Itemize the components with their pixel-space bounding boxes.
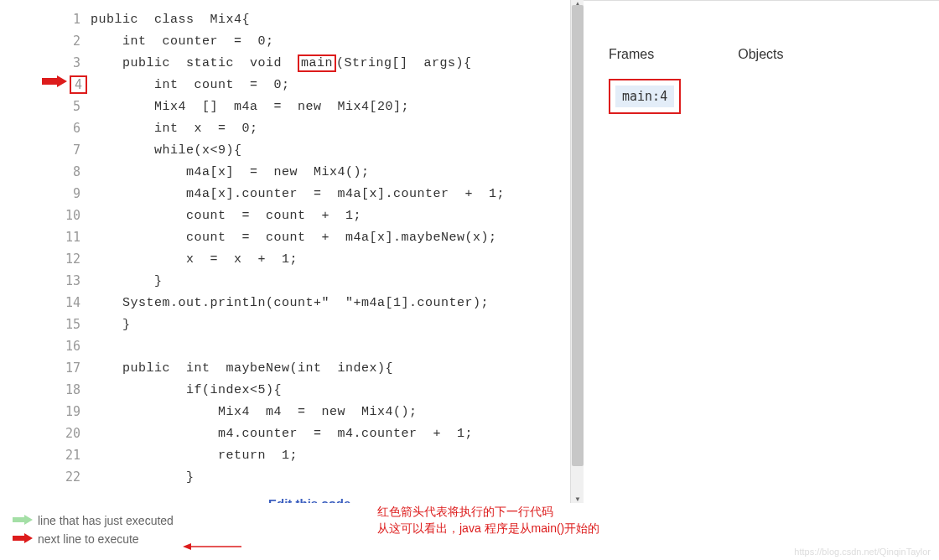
code-line: 8 m4a[x] = new Mix4();	[59, 161, 570, 183]
code-text: Mix4 m4 = new Mix4();	[91, 405, 418, 419]
line-number: 21	[59, 448, 91, 463]
line-number: 5	[59, 99, 91, 114]
line-number: 15	[59, 317, 91, 332]
line-number: 10	[59, 208, 91, 223]
code-text: count = count + 1;	[91, 209, 361, 223]
code-line: 19 Mix4 m4 = new Mix4();	[59, 401, 570, 423]
code-text: }	[91, 274, 163, 288]
code-line: 4 int count = 0;	[59, 74, 570, 96]
annotation-text: 红色箭头代表将执行的下一行代码 从这可以看出，java 程序是从main()开始…	[377, 503, 599, 537]
line-number: 7	[59, 143, 91, 158]
code-line: 16	[59, 335, 570, 357]
code-text: x = x + 1;	[91, 252, 298, 267]
code-text: public int maybeNew(int index){	[91, 361, 393, 376]
code-text: m4a[x].counter = m4a[x].counter + 1;	[91, 187, 505, 201]
legend: line that has just executed next line to…	[13, 511, 174, 548]
code-line: 17 public int maybeNew(int index){	[59, 357, 570, 379]
legend-executed-label: line that has just executed	[38, 514, 174, 527]
code-text: return 1;	[91, 449, 298, 463]
line-number: 6	[59, 121, 91, 136]
code-line: 3 public static void main(String[] args)…	[59, 52, 570, 74]
line-number: 11	[59, 230, 91, 245]
code-line: 9 m4a[x].counter = m4a[x].counter + 1;	[59, 183, 570, 205]
stack-frame[interactable]: main:4	[615, 86, 674, 107]
code-text: if(index<5){	[91, 383, 282, 397]
legend-next-label: next line to execute	[38, 532, 139, 546]
line-number: 3	[59, 55, 91, 70]
line-number: 8	[59, 164, 91, 179]
annotation-arrow-icon	[183, 538, 241, 553]
executed-arrow-icon	[13, 514, 33, 527]
scroll-down-icon[interactable]: ▼	[574, 495, 581, 503]
code-line: 2 int counter = 0;	[59, 30, 570, 52]
code-text: int counter = 0;	[91, 34, 274, 49]
line-number: 9	[59, 186, 91, 201]
code-text: public static void main(String[] args){	[91, 56, 472, 70]
line-number: 14	[59, 295, 91, 310]
code-text: m4a[x] = new Mix4();	[91, 165, 370, 179]
frame-highlight-box: main:4	[609, 79, 681, 114]
code-text: while(x<9){	[91, 143, 242, 158]
code-text: }	[91, 318, 131, 332]
code-line: 13 }	[59, 270, 570, 292]
frames-header: Frames	[609, 47, 654, 62]
code-line: 15 }	[59, 314, 570, 335]
code-line: 18 if(index<5){	[59, 379, 570, 401]
line-number: 1	[59, 12, 91, 27]
svg-marker-4	[183, 543, 191, 550]
scrollbar[interactable]: ▲ ▼	[570, 0, 584, 503]
objects-header: Objects	[738, 47, 783, 62]
line-number: 17	[59, 360, 91, 376]
code-text: System.out.println(count+" "+m4a[1].coun…	[91, 296, 489, 310]
line-number: 20	[59, 426, 91, 441]
code-line: 5 Mix4 [] m4a = new Mix4[20];	[59, 96, 570, 117]
line-number: 13	[59, 273, 91, 288]
line-number: 22	[59, 469, 91, 485]
code-line: 10 count = count + 1;	[59, 205, 570, 226]
code-text: public class Mix4{	[91, 13, 250, 27]
main-container: 1public class Mix4{2 int counter = 0;3 p…	[0, 0, 939, 503]
annotation-line1: 红色箭头代表将执行的下一行代码	[377, 503, 599, 520]
next-arrow-icon	[13, 532, 33, 546]
code-panel: 1public class Mix4{2 int counter = 0;3 p…	[0, 0, 570, 503]
code-text: count = count + m4a[x].maybeNew(x);	[91, 231, 497, 245]
line-number: 2	[59, 34, 91, 49]
code-line: 11 count = count + m4a[x].maybeNew(x);	[59, 226, 570, 248]
code-text: m4.counter = m4.counter + 1;	[91, 427, 473, 441]
line-number: 12	[59, 251, 91, 267]
code-text: }	[91, 470, 195, 485]
code-line: 14 System.out.println(count+" "+m4a[1].c…	[59, 292, 570, 314]
code-line: 20 m4.counter = m4.counter + 1;	[59, 423, 570, 444]
line-number: 16	[59, 339, 91, 354]
svg-marker-2	[13, 533, 33, 543]
code-line: 12 x = x + 1;	[59, 248, 570, 270]
code-text: int count = 0;	[91, 78, 290, 92]
code-line: 22 }	[59, 466, 570, 488]
line-number: 18	[59, 382, 91, 397]
svg-marker-1	[13, 515, 33, 525]
code-text: Mix4 [] m4a = new Mix4[20];	[91, 100, 409, 114]
code-line: 21 return 1;	[59, 444, 570, 466]
right-panel: Frames Objects main:4	[584, 0, 939, 503]
scroll-thumb[interactable]	[572, 5, 584, 466]
annotation-line2: 从这可以看出，java 程序是从main()开始的	[377, 520, 599, 537]
watermark: https://blog.csdn.net/QinqinTaylor	[794, 547, 931, 557]
code-text: int x = 0;	[91, 122, 258, 136]
svg-marker-0	[42, 75, 67, 87]
code-line: 7 while(x<9){	[59, 139, 570, 161]
line-number: 19	[59, 404, 91, 419]
edit-code-link[interactable]: Edit this code	[268, 496, 350, 503]
code-line: 6 int x = 0;	[59, 117, 570, 139]
next-line-arrow-icon	[42, 75, 67, 87]
code-line: 1public class Mix4{	[59, 8, 570, 30]
